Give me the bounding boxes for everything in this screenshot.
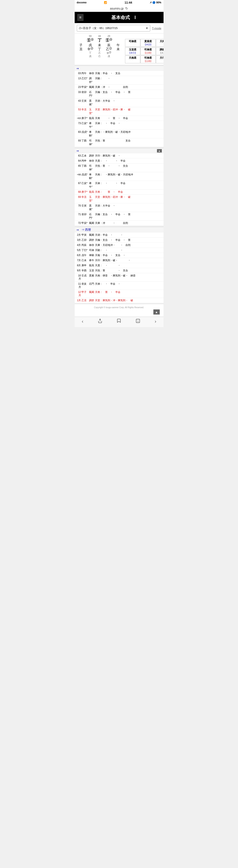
app-header: ≡ 基本命式 l [75, 12, 164, 23]
table-row: 72 甲辰* 鳳閣 天庫 : 冲 ・ 自刑 [75, 221, 164, 226]
branch-1-2: 未 [95, 43, 104, 47]
stars-row-1: 司禄星 貫索星 【木②】 天庫星 [125, 39, 164, 47]
table-row: 83 戊戌* 車騎° 天南 : ・庫気刑・破・天刧地冲 [75, 130, 164, 138]
copyright-text: Copyright © tougu-sanmei Corp. All Right… [94, 306, 144, 309]
stars-grid: 司禄星 貫索星 【木②】 天庫星 玉堂星 【水①】 司禄星 【土④】 調舒星 【… [125, 39, 164, 63]
table-row: 65 丁酉 司禄° 天悦 : 害 ・ ・ 支合 [75, 163, 164, 172]
time: 11:44 [125, 1, 132, 4]
section-3: ⇒ ⇒ 西暦 2月 甲寅 鳳閣 天胡 : 半会 ・ ・ 3月 乙卯 調舒 天極 … [75, 227, 164, 303]
top-stems-row: 壬3 丁 壬3 [76, 38, 123, 43]
table-row: 13 乙巳* 調舒° 天馳 : ・ [75, 76, 164, 85]
scroll-to-top-area: ▲ [77, 309, 162, 314]
svg-text:⊡: ⊡ [137, 320, 139, 322]
hidden-row-2: 戊 己 戊 [76, 55, 123, 58]
section-3-arrow2: ⇒ 西暦 [81, 228, 91, 232]
table-row: 1月 乙丑 調舒 天堂 : 庫気刑・冲・庫気刑・ 破 [75, 298, 164, 303]
table-row: 93 丁酉 司禄° 天悦 : 害 支合 [75, 138, 164, 147]
star-1-3: 天庫星 [156, 39, 164, 47]
branch-1-1: 戌 [86, 43, 95, 47]
mid-2: 丁 [95, 47, 104, 51]
back-button[interactable]: ‹ [82, 318, 83, 324]
age-29: 29 [104, 35, 113, 37]
dropdown-arrow-icon: ▼ [145, 27, 148, 30]
table-row: 4月 丙辰 禄存 天庫 : 天刧地冲・ ・ 自刑 [75, 243, 164, 248]
footer: Copyright © tougu-sanmei Corp. All Right… [75, 304, 164, 317]
hidden-row-1: 丁 乙 癸3 [76, 51, 123, 55]
person-selector[interactable]: 小○百合子（女・65）1952/7/15 ▼ [77, 25, 150, 32]
person-value: 小○百合子（女・65）1952/7/15 [79, 26, 117, 30]
section-1-rows: 03 丙午 禄存 天報 : 半会 ・ 支合 13 乙巳* 調舒° 天馳 : ・ … [75, 71, 164, 147]
table-row: 43 壬寅 貫索° 天胡 : 大半会 ・ [75, 98, 164, 107]
bottom-nav: ‹ ⊡ › [75, 317, 164, 327]
pillar-top-2: 丁 [95, 38, 104, 43]
menu-button[interactable]: ≡ [77, 14, 84, 21]
table-row: 5月 丁巳* 司禄 天馳 : ・ ・ [75, 248, 164, 253]
age-59: 59 [86, 35, 95, 37]
table-row: =66 戊戌* 車騎° 天南 : ・庫気刑・破・天刧地冲 [75, 172, 164, 181]
hs-1-0 [76, 55, 86, 58]
star-2-2: 司禄星 【土④】 [140, 47, 156, 55]
table-row: 63 乙未 調舒 天印 : 庫気刑・破 ・ [75, 153, 164, 158]
table-row: 12月 甲子 鳳閣 天将 : 害 ・ 半会 [75, 290, 164, 298]
branch-1-0: 子 [76, 43, 86, 47]
reload-button[interactable]: ↻ [125, 6, 128, 10]
mid-stems-row: 丑 辛2 丁 乙1 未 [76, 47, 123, 51]
section-3-header: ⇒ ⇒ 西暦 [75, 227, 164, 232]
table-row: 64 丙申 禄存 天貴 : ・ ・ 半会 [75, 158, 164, 163]
hs-1-2: 己 [95, 55, 104, 58]
pillar-top-3: 壬3 [104, 38, 113, 43]
table-row: 67 己亥* 牽牛° 天禄 : ・ ・ 半会 [75, 181, 164, 190]
table-row: 33 癸卯 石門° 天極 : 支合 ・ 半会 ・ 害 [75, 90, 164, 98]
stars-row-2: 玉堂星 【水①】 司禄星 【土④】 調舒星 【火③】 [125, 47, 164, 55]
star-1-2: 貫索星 【木②】 [140, 39, 156, 47]
section-2-rows: 63 乙未 調舒 天印 : 庫気刑・破 ・ 64 丙申 禄存 天貴 : ・ ・ … [75, 153, 164, 226]
status-bar: docomo 📶 11:44 ↗ 🔵 90% [75, 0, 164, 5]
table-row: 53 辛丑 玉堂° 天堂 : 庫気刑・刧冲・庫・ 破 [75, 107, 164, 116]
branch-1-4: 午 [113, 43, 123, 47]
star-2-1: 玉堂星 【水①】 [125, 47, 140, 55]
t-mode-button[interactable]: T-mode [152, 27, 161, 30]
table-row: 7月 己未 牽牛 天印 : 庫気刑・破・ ・ [75, 258, 164, 263]
url-text: asumiru.jp [110, 7, 124, 10]
status-icons: ↗ 🔵 90% [149, 1, 162, 4]
mid-3: 乙1 [104, 47, 113, 51]
section-2-header: ⇒ ▲ [75, 148, 164, 153]
table-row: 3月 乙卯 調舒 天極 : 支合 ・ 半会 ・ 害 [75, 238, 164, 243]
tabs-button[interactable]: ⊡ [136, 318, 140, 324]
hs-0-3: 癸3 [104, 51, 113, 55]
pillars-area: 59 44 29 壬3 丁 壬3 子 戌 未 辰 午 丑 [76, 35, 123, 63]
branch-1-3: 辰 [104, 43, 113, 47]
table-row: 70 壬寅 貫索° 天胡 : 大半会 ・ [75, 203, 164, 212]
battery-icon: 90% [156, 1, 161, 4]
hs-1-4 [113, 55, 123, 58]
branch-row-1: 子 戌 未 辰 午 [76, 43, 123, 47]
scroll-to-top-button[interactable]: ▲ [157, 149, 162, 153]
star-3-2: 司禄星 【土④】 [140, 56, 156, 63]
section-3-rows: 2月 甲寅 鳳閣 天胡 : 半会 ・ ・ 3月 乙卯 調舒 天極 : 支合 ・ … [75, 232, 164, 303]
section-1-header: ⇒ [75, 66, 164, 71]
table-row: 2月 甲寅 鳳閣 天胡 : 半会 ・ ・ [75, 232, 164, 238]
carrier: docomo [77, 1, 87, 4]
table-row: 8月 庚申 龍高 天貴 : ・ ・ [75, 263, 164, 268]
scroll-to-top-footer-button[interactable]: ▲ [154, 309, 160, 314]
hs-1-1: 戊 [86, 55, 95, 58]
mid-0: 丑 [76, 47, 86, 51]
hs-1-3: 戊 [104, 55, 113, 58]
star-1-1: 司禄星 [125, 39, 140, 47]
page-title: 基本命式 l [86, 14, 161, 21]
star-3-3: 天印星 [156, 56, 164, 63]
age-blank [76, 35, 86, 37]
star-3-1: 天南星 [125, 56, 140, 63]
bookmarks-button[interactable] [116, 318, 121, 324]
center-section: 59 44 29 壬3 丁 壬3 子 戌 未 辰 午 丑 [75, 33, 164, 65]
section-3-arrow1: ⇒ [76, 228, 79, 231]
input-row: 小○百合子（女・65）1952/7/15 ▼ T-mode [75, 23, 164, 33]
wifi-icon: 📶 [104, 1, 107, 4]
section-2-arrow: ⇒ [76, 149, 79, 153]
table-row: 68 庚子* 龍高 天将 : 害 ・ 半会 [75, 190, 164, 195]
hs-0-1: 丁 [86, 51, 95, 55]
table-row: 73 己亥* 牽牛° 天禄 : ・ 半会 ・ [75, 121, 164, 130]
share-button[interactable] [98, 318, 102, 324]
forward-button[interactable]: › [155, 318, 156, 324]
star-2-3: 調舒星 【火③】 [156, 47, 164, 55]
